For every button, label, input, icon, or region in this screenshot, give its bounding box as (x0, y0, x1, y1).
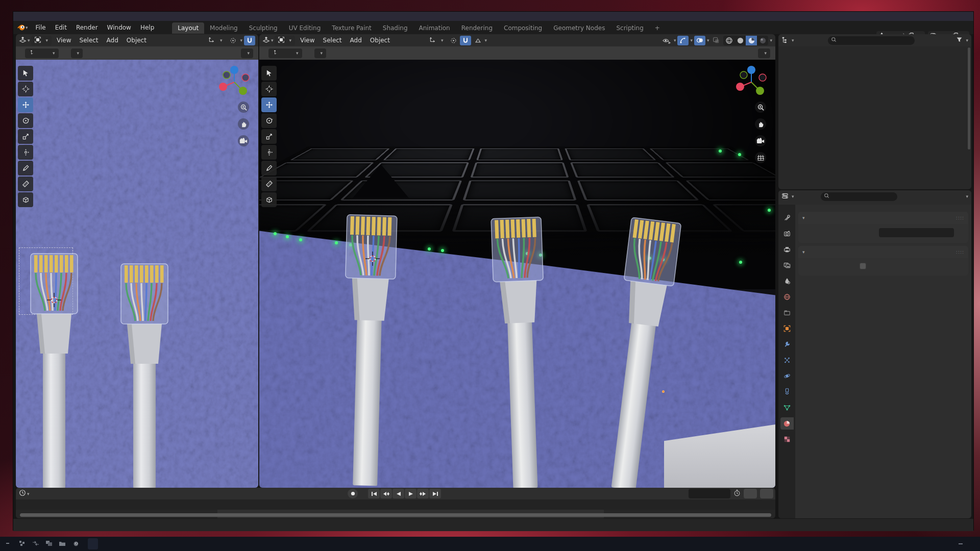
menu-help[interactable]: Help (136, 22, 159, 33)
shading-material-button[interactable] (746, 36, 757, 45)
settings-section-header[interactable]: ▾ :::: (798, 246, 968, 258)
outliner-search[interactable] (828, 36, 915, 45)
gizmos-toggle-button[interactable] (677, 36, 689, 45)
jump-to-start-button[interactable] (368, 489, 380, 498)
tab-scripting[interactable]: Scripting (610, 22, 649, 34)
zoom-icon[interactable] (755, 102, 766, 113)
properties-editor-icon[interactable] (781, 192, 789, 201)
tab-tool-icon[interactable] (780, 212, 794, 224)
tab-render-icon[interactable] (780, 228, 794, 240)
tab-world-icon[interactable] (780, 291, 794, 303)
tool-annotate[interactable] (18, 161, 33, 176)
outliner-mode-chevron[interactable]: ▾ (792, 38, 794, 43)
taskbar-desktops-icon[interactable] (19, 540, 27, 547)
editor-type-icon[interactable] (19, 36, 27, 45)
properties-search[interactable] (821, 192, 897, 201)
tool-add-cube[interactable] (18, 192, 33, 207)
tab-modeling[interactable]: Modeling (204, 22, 243, 34)
menu-render[interactable]: Render (71, 22, 103, 33)
tool-select-box[interactable] (261, 66, 277, 81)
tab-texture-paint[interactable]: Texture Paint (326, 22, 377, 34)
menu-edit[interactable]: Edit (51, 22, 71, 33)
pivot-point-button[interactable] (227, 36, 238, 45)
tab-collection-icon[interactable] (780, 307, 794, 319)
taskbar-window-button[interactable] (88, 538, 98, 549)
viewport-left-canvas[interactable] (16, 60, 258, 488)
tab-material-icon[interactable] (780, 417, 794, 430)
viewport-menu-object[interactable]: Object (122, 36, 151, 45)
tool-measure[interactable] (18, 177, 33, 191)
drag-grip-icon[interactable]: :::: (956, 249, 964, 255)
timeline-scrollbar[interactable] (20, 513, 771, 517)
tab-shading[interactable]: Shading (377, 22, 413, 34)
pan-hand-icon[interactable] (755, 118, 766, 130)
stopwatch-icon[interactable] (733, 489, 741, 498)
properties-options-chevron[interactable]: ▾ (966, 194, 968, 199)
options-dropdown[interactable]: ▾ (241, 48, 253, 58)
orientation-selector[interactable]: ▾ (205, 36, 226, 45)
play-button[interactable] (405, 489, 416, 498)
taskbar-folders-icon[interactable] (59, 540, 67, 547)
drag-dropdown[interactable]: ▾ (71, 48, 83, 58)
backface-culling-checkbox[interactable] (860, 263, 866, 269)
end-frame-field[interactable] (760, 489, 773, 498)
taskbar-pager-icon[interactable] (6, 540, 14, 547)
outliner-scrollbar[interactable] (968, 47, 970, 149)
tab-object-icon[interactable] (780, 322, 794, 335)
tab-particles-icon[interactable] (780, 354, 794, 366)
tool-transform[interactable] (18, 145, 33, 160)
tab-layout[interactable]: Layout (172, 22, 204, 34)
pan-hand-icon[interactable] (238, 118, 249, 130)
tool-transform[interactable] (261, 145, 277, 160)
tab-modifiers-icon[interactable] (780, 338, 794, 350)
tool-scale[interactable] (261, 129, 277, 144)
tab-texture-icon[interactable] (780, 433, 794, 445)
window-titlebar[interactable] (13, 12, 973, 21)
taskbar-blender-icon[interactable] (72, 540, 80, 547)
tab-scene-icon[interactable] (780, 275, 794, 287)
record-button[interactable] (348, 489, 358, 498)
tool-cursor[interactable] (261, 82, 277, 96)
tool-cursor[interactable] (18, 82, 33, 96)
orientation-selector[interactable]: ▾ (426, 36, 447, 45)
timeline-editor-icon[interactable] (19, 489, 26, 498)
drag-grip-icon[interactable]: :::: (956, 215, 964, 220)
tool-rotate[interactable] (261, 113, 277, 128)
viewport-menu-select[interactable]: Select (76, 36, 103, 45)
orientation-setting-dropdown[interactable]: ▾ (268, 48, 302, 58)
shading-chevron[interactable]: ▾ (770, 38, 772, 43)
tab-rendering[interactable]: Rendering (456, 22, 498, 34)
orthographic-grid-icon[interactable] (755, 152, 766, 163)
logo-menu-chevron[interactable]: ▾ (26, 25, 28, 30)
viewport-menu-object[interactable]: Object (366, 36, 394, 45)
tab-physics-icon[interactable] (780, 370, 794, 382)
tab-geometry-nodes[interactable]: Geometry Nodes (548, 22, 610, 34)
timeline-editor-chevron[interactable]: ▾ (27, 491, 30, 496)
mode-selector[interactable]: ▾ (31, 36, 52, 45)
menu-file[interactable]: File (31, 22, 51, 33)
orientation-setting-dropdown[interactable]: ▾ (25, 48, 59, 58)
blender-logo-icon[interactable] (17, 23, 26, 32)
start-frame-field[interactable] (744, 489, 757, 498)
timeline-ruler[interactable] (16, 499, 775, 510)
outliner-options-chevron[interactable]: ▾ (966, 38, 968, 43)
overlays-toggle-button[interactable] (694, 36, 705, 45)
tab-compositing[interactable]: Compositing (498, 22, 548, 34)
options-dropdown[interactable]: ▾ (758, 48, 770, 58)
tool-rotate[interactable] (18, 113, 33, 128)
jump-to-end-button[interactable] (429, 489, 441, 498)
outliner-editor-icon[interactable] (781, 36, 789, 45)
tray-indicator[interactable] (959, 543, 963, 544)
camera-view-icon[interactable] (755, 135, 766, 146)
viewport-menu-add[interactable]: Add (103, 36, 122, 45)
menu-window[interactable]: Window (103, 22, 136, 33)
snap-magnet-button[interactable] (460, 36, 471, 45)
tool-add-cube[interactable] (261, 192, 277, 207)
editor-type-chevron[interactable]: ▾ (28, 38, 30, 43)
filter-icon[interactable] (956, 36, 963, 44)
proportional-editing-button[interactable] (472, 36, 483, 45)
tab-animation[interactable]: Animation (413, 22, 456, 34)
tab-sculpting[interactable]: Sculpting (243, 22, 283, 34)
current-frame-field[interactable] (689, 489, 730, 498)
editor-type-chevron[interactable]: ▾ (271, 38, 274, 43)
